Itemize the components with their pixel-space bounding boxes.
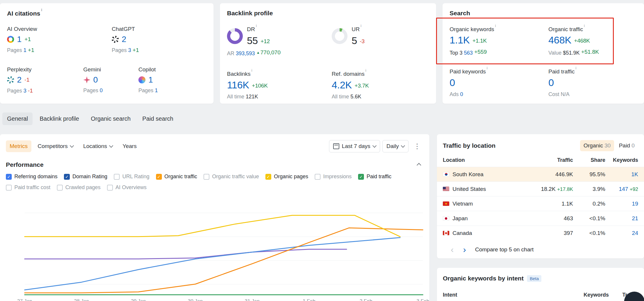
ai-pages-link[interactable]: 1 xyxy=(23,47,26,53)
prev-page-button[interactable] xyxy=(447,244,457,255)
info-icon: i xyxy=(360,23,361,28)
competitors-dropdown[interactable]: Competitors xyxy=(34,140,77,152)
backlinks-value-link[interactable]: 116K xyxy=(227,79,249,90)
keywords-count-link[interactable]: 1K xyxy=(631,171,638,177)
gemini-icon xyxy=(83,76,90,83)
metric-label: AI Overviews xyxy=(116,184,147,191)
ai-pages-link[interactable]: 1 xyxy=(155,88,158,93)
intent-table-header: Intent Keywords Traffic xyxy=(443,292,638,298)
search-grid: Organic keywordsi 1.1K +1.1K Top 3 563 +… xyxy=(450,26,637,97)
metric-checkbox-impressions[interactable]: Impressions xyxy=(315,174,352,180)
ai-item-value-link[interactable]: 1 xyxy=(148,75,153,85)
ai-item-value-link[interactable]: 2 xyxy=(17,75,22,85)
ai-citation-ai-overview: AI Overview1+1Pages 1 +1 xyxy=(7,26,112,53)
paid-toggle-button[interactable]: Paid0 xyxy=(615,140,638,151)
keywords-count-link[interactable]: 19 xyxy=(632,201,638,207)
organic-traffic-value-link[interactable]: 468K xyxy=(548,34,571,46)
ai-item-value-link[interactable]: 0 xyxy=(93,75,98,85)
metric-checkbox-organic-traffic-value[interactable]: Organic traffic value xyxy=(204,174,259,180)
metric-checkbox-organic-traffic[interactable]: Organic traffic xyxy=(156,174,197,180)
organic-keywords-value-link[interactable]: 1.1K xyxy=(450,34,470,46)
locations-dropdown[interactable]: Locations xyxy=(79,140,116,152)
metric-checkbox-referring-domains[interactable]: Referring domains xyxy=(6,174,57,180)
flag-ca-icon xyxy=(443,231,449,235)
checkbox-checked-icon xyxy=(64,174,70,180)
flag-vn-icon xyxy=(443,201,449,206)
metric-label: Paid traffic cost xyxy=(14,184,50,191)
top3-row: Top 3 563 +559 xyxy=(450,49,548,56)
ai-pages-link[interactable]: 3 xyxy=(128,47,131,53)
tab-paid-search[interactable]: Paid search xyxy=(138,112,178,125)
tab-backlink-profile[interactable]: Backlink profile xyxy=(35,112,84,125)
ar-row: AR 393,593 770,070 xyxy=(227,49,332,57)
ai-item-label: Perplexity xyxy=(7,66,83,73)
top3-value-link[interactable]: 563 xyxy=(464,50,473,56)
right-column: Traffic by location Organic30 Paid0 Loca… xyxy=(437,134,644,301)
tab-general[interactable]: General xyxy=(2,112,33,125)
ar-delta: 770,070 xyxy=(256,49,281,56)
keywords-count-link[interactable]: 147 xyxy=(619,186,628,192)
dr-label: DRi xyxy=(247,26,270,33)
metric-checkbox-ai-overviews[interactable]: AI Overviews xyxy=(107,184,147,191)
tab-organic-search[interactable]: Organic search xyxy=(86,112,135,125)
intent-header: Organic keywords by intent Beta xyxy=(443,275,638,282)
metric-checkbox-paid-traffic-cost[interactable]: Paid traffic cost xyxy=(6,184,50,191)
x-axis-label: 29 Jan xyxy=(131,298,146,301)
metric-checkbox-organic-pages[interactable]: Organic pages xyxy=(265,174,308,180)
ai-item-pages: Pages 0 xyxy=(83,88,138,94)
ai-citations-row-2: Perplexity2-1Pages 3 -1Gemini0Pages 0Cop… xyxy=(7,66,206,94)
ref-domains-delta: +3.7K xyxy=(355,83,369,89)
dr-value: 55 +12 xyxy=(247,35,270,46)
ai-pages-link[interactable]: 0 xyxy=(100,88,103,93)
google-icon xyxy=(7,36,14,43)
more-options-button[interactable] xyxy=(411,141,423,152)
checkbox-checked-icon xyxy=(156,174,162,180)
ads-value-link[interactable]: 0 xyxy=(460,91,463,97)
series-organic-pages xyxy=(25,215,400,237)
checkbox-unchecked-icon xyxy=(107,185,113,191)
collapse-section-button[interactable] xyxy=(414,161,423,168)
backlink-profile-title: Backlink profile xyxy=(227,10,429,17)
date-range-dropdown[interactable]: Last 7 days xyxy=(329,140,380,152)
granularity-dropdown[interactable]: Daily xyxy=(382,140,409,152)
paid-keywords-value-link[interactable]: 0 xyxy=(450,77,455,88)
keywords-count-link[interactable]: 21 xyxy=(632,215,638,221)
years-button[interactable]: Years xyxy=(119,140,140,152)
metric-checkbox-crawled-pages[interactable]: Crawled pages xyxy=(57,184,101,191)
compare-top5-link[interactable]: Compare top 5 on chart xyxy=(475,246,534,253)
chatgpt-icon xyxy=(112,36,119,43)
checkbox-unchecked-icon xyxy=(204,174,209,180)
traffic-by-location-panel: Traffic by location Organic30 Paid0 Loca… xyxy=(437,134,644,258)
performance-toolbar: Metrics Competitors Locations Years Last… xyxy=(6,140,423,152)
ur-delta: -3 xyxy=(360,38,365,44)
ai-pages-link[interactable]: 3 xyxy=(23,88,26,94)
metric-checkbox-url-rating[interactable]: URL Rating xyxy=(114,174,149,180)
ai-citation-chatgpt: ChatGPT2Pages 3 +1 xyxy=(112,26,139,53)
site-explorer-overview: AI citationsi AI Overview1+1Pages 1 +1Ch… xyxy=(0,0,644,301)
next-page-button[interactable] xyxy=(459,244,470,255)
keywords-count-link[interactable]: 24 xyxy=(632,230,638,236)
paid-keywords-block: Paid keywordsi 0 Ads 0 xyxy=(450,68,548,97)
location-pager: Compare top 5 on chart xyxy=(447,244,638,255)
ref-domains-value-link[interactable]: 4.2K xyxy=(332,79,352,90)
ai-item-delta: -1 xyxy=(25,77,30,83)
chart-wrap: 27 Jan28 Jan29 Jan30 Jan31 Jan1 Feb2 Feb… xyxy=(0,202,429,301)
top3-delta: +559 xyxy=(474,49,487,55)
metrics-button[interactable]: Metrics xyxy=(6,140,31,152)
ar-value-link[interactable]: 393,593 xyxy=(236,51,255,56)
paid-traffic-label: Paid traffici xyxy=(548,68,637,75)
organic-traffic-block: Organic traffici 468K +468K Value $51.9K… xyxy=(548,26,637,56)
ur-label: URi xyxy=(352,26,365,33)
metric-checkbox-domain-rating[interactable]: Domain Rating xyxy=(64,174,107,180)
ai-item-value-link[interactable]: 2 xyxy=(122,35,126,44)
paid-traffic-value-link[interactable]: 0 xyxy=(548,77,554,88)
ai-citation-gemini: Gemini0Pages 0 xyxy=(83,66,138,94)
intent-title: Organic keywords by intent xyxy=(443,275,523,282)
metric-checkbox-paid-traffic[interactable]: Paid traffic xyxy=(358,174,392,180)
ai-item-value-link[interactable]: 1 xyxy=(17,35,22,44)
keywords-by-intent-panel: Organic keywords by intent Beta Intent K… xyxy=(437,268,644,301)
location-row-japan: Japan463<0.1%21 xyxy=(437,211,644,226)
ref-domains-block: Ref. domainsi 4.2K +3.7K All time 5.6K xyxy=(332,70,429,100)
organic-toggle-button[interactable]: Organic30 xyxy=(580,140,614,151)
location-name: United States xyxy=(453,186,486,192)
